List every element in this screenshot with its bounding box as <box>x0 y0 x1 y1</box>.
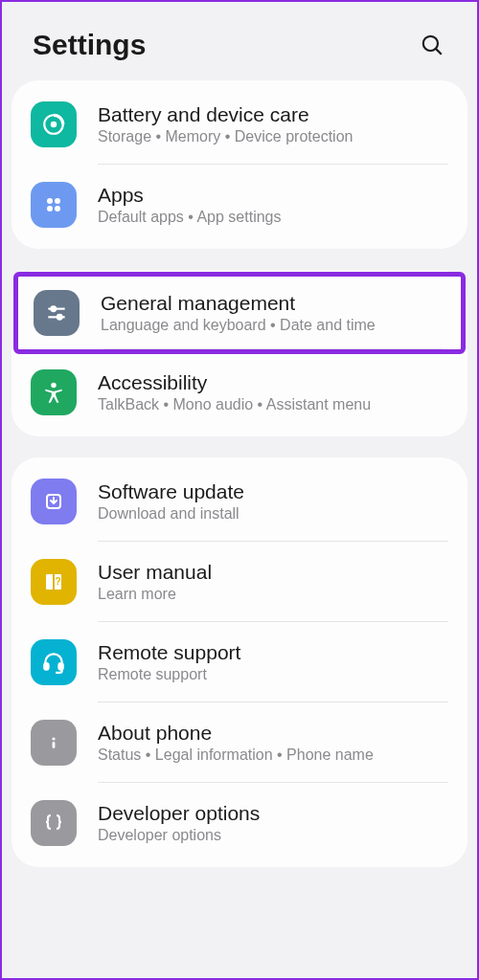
settings-group: General management Language and keyboard… <box>11 270 468 436</box>
svg-point-9 <box>51 306 56 311</box>
item-subtitle: Remote support <box>98 666 448 683</box>
update-icon <box>31 479 77 524</box>
item-accessibility[interactable]: Accessibility TalkBack • Mono audio • As… <box>11 352 468 433</box>
item-text: Remote support Remote support <box>98 641 448 683</box>
code-braces-icon <box>31 800 77 846</box>
svg-point-3 <box>51 122 57 128</box>
item-apps[interactable]: Apps Default apps • App settings <box>11 165 468 245</box>
svg-point-6 <box>47 206 53 212</box>
item-text: User manual Learn more <box>98 561 448 603</box>
svg-point-12 <box>51 383 56 388</box>
svg-rect-15 <box>44 663 48 670</box>
item-text: About phone Status • Legal information •… <box>98 722 448 764</box>
item-title: General management <box>101 292 445 315</box>
item-title: Software update <box>98 480 448 503</box>
item-text: General management Language and keyboard… <box>101 292 445 334</box>
header: Settings <box>2 2 477 80</box>
item-title: Remote support <box>98 641 448 664</box>
item-software-update[interactable]: Software update Download and install <box>11 461 468 542</box>
search-button[interactable] <box>418 31 446 59</box>
item-developer-options[interactable]: Developer options Developer options <box>11 783 468 863</box>
item-text: Accessibility TalkBack • Mono audio • As… <box>98 371 448 413</box>
item-title: Developer options <box>98 802 448 825</box>
item-about-phone[interactable]: About phone Status • Legal information •… <box>11 702 468 783</box>
svg-point-4 <box>47 198 53 204</box>
svg-text:?: ? <box>55 576 60 587</box>
item-subtitle: TalkBack • Mono audio • Assistant menu <box>98 396 448 413</box>
apps-icon <box>31 182 77 228</box>
device-care-icon <box>31 101 77 147</box>
item-title: Apps <box>98 184 448 207</box>
item-title: Accessibility <box>98 371 448 394</box>
item-battery-device-care[interactable]: Battery and device care Storage • Memory… <box>11 84 468 165</box>
item-title: Battery and device care <box>98 103 448 126</box>
item-subtitle: Developer options <box>98 827 448 844</box>
item-subtitle: Language and keyboard • Date and time <box>101 317 445 334</box>
headset-icon <box>31 639 77 685</box>
item-subtitle: Download and install <box>98 505 448 523</box>
item-subtitle: Storage • Memory • Device protection <box>98 128 448 145</box>
svg-rect-19 <box>53 742 56 748</box>
svg-point-5 <box>55 198 60 204</box>
manual-icon: ? <box>31 559 77 605</box>
item-title: About phone <box>98 722 448 745</box>
item-title: User manual <box>98 561 448 584</box>
svg-point-0 <box>423 36 438 51</box>
settings-group: Software update Download and install ? U… <box>11 457 468 867</box>
svg-point-7 <box>55 206 60 212</box>
item-text: Developer options Developer options <box>98 802 448 844</box>
item-text: Software update Download and install <box>98 480 448 523</box>
search-icon <box>420 33 445 57</box>
item-subtitle: Status • Legal information • Phone name <box>98 746 448 764</box>
item-remote-support[interactable]: Remote support Remote support <box>11 622 468 702</box>
svg-line-1 <box>436 49 442 55</box>
svg-rect-16 <box>58 663 62 670</box>
item-general-management[interactable]: General management Language and keyboard… <box>13 272 466 354</box>
settings-group: Battery and device care Storage • Memory… <box>11 80 468 249</box>
svg-point-11 <box>57 315 62 320</box>
item-text: Battery and device care Storage • Memory… <box>98 103 448 145</box>
item-subtitle: Learn more <box>98 586 448 603</box>
item-text: Apps Default apps • App settings <box>98 184 448 226</box>
accessibility-icon <box>31 369 77 415</box>
item-subtitle: Default apps • App settings <box>98 209 448 226</box>
sliders-icon <box>34 290 80 336</box>
item-user-manual[interactable]: ? User manual Learn more <box>11 542 468 622</box>
page-title: Settings <box>33 29 146 61</box>
info-icon <box>31 720 77 766</box>
svg-point-18 <box>52 737 55 740</box>
